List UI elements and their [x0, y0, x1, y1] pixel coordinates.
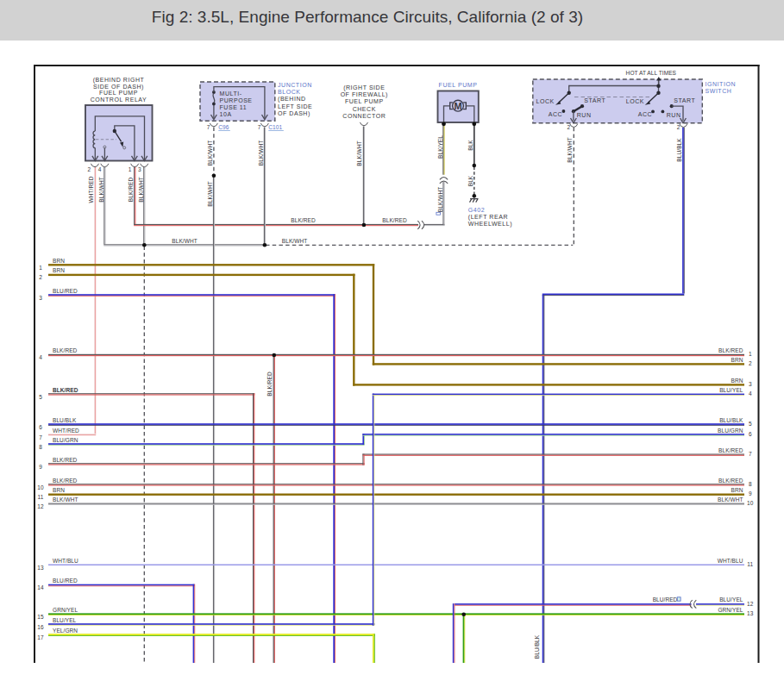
- svg-text:5: 5: [749, 421, 752, 427]
- svg-text:BLU/RED: BLU/RED: [653, 596, 678, 603]
- svg-text:START: START: [584, 97, 605, 103]
- svg-text:6: 6: [749, 431, 752, 437]
- svg-text:FUEL PUMP: FUEL PUMP: [345, 98, 384, 104]
- svg-text:CONTROL RELAY: CONTROL RELAY: [91, 97, 147, 103]
- svg-text:9: 9: [39, 464, 42, 470]
- svg-text:BLK/RED: BLK/RED: [53, 457, 78, 463]
- svg-text:BRN: BRN: [731, 357, 743, 363]
- svg-text:WHEELWELL): WHEELWELL): [468, 221, 512, 228]
- svg-text:WHT/BLU: WHT/BLU: [718, 558, 743, 564]
- svg-text:BLK/RED: BLK/RED: [382, 217, 407, 223]
- svg-text:10A: 10A: [220, 111, 232, 117]
- svg-text:WHT/BLU: WHT/BLU: [53, 558, 78, 564]
- svg-text:BLK/WHT: BLK/WHT: [718, 497, 743, 503]
- svg-text:4: 4: [98, 166, 102, 172]
- svg-text:17: 17: [37, 634, 44, 640]
- svg-text:C96: C96: [218, 124, 229, 130]
- svg-text:1: 1: [39, 265, 42, 271]
- svg-text:BLU/GRN: BLU/GRN: [53, 437, 78, 443]
- svg-text:BLK/YEL: BLK/YEL: [437, 135, 443, 159]
- svg-text:8: 8: [749, 481, 752, 487]
- svg-text:4: 4: [749, 390, 752, 397]
- svg-text:BRN: BRN: [53, 258, 65, 264]
- svg-text:RUN: RUN: [667, 112, 681, 118]
- svg-text:BLK/RED: BLK/RED: [53, 387, 78, 393]
- svg-text:10: 10: [37, 484, 44, 490]
- svg-text:CONNECTOR: CONNECTOR: [342, 113, 386, 119]
- svg-text:12: 12: [747, 601, 754, 607]
- svg-text:6: 6: [39, 424, 42, 430]
- svg-text:14: 14: [37, 584, 44, 590]
- svg-text:FUSE 11: FUSE 11: [220, 104, 248, 110]
- svg-text:BLK/WHT: BLK/WHT: [356, 141, 362, 166]
- svg-text:BLK/WHT: BLK/WHT: [437, 187, 443, 212]
- svg-text:7: 7: [258, 124, 261, 130]
- svg-text:BLU/RED: BLU/RED: [53, 578, 78, 584]
- svg-text:BLU/YEL: BLU/YEL: [53, 617, 77, 623]
- svg-text:RUN: RUN: [577, 112, 592, 118]
- svg-text:3: 3: [749, 381, 752, 387]
- svg-text:1: 1: [129, 166, 132, 172]
- svg-text:GRN/YEL: GRN/YEL: [53, 607, 78, 613]
- svg-text:BLK/RED: BLK/RED: [718, 447, 743, 453]
- svg-text:HOT AT ALL TIMES: HOT AT ALL TIMES: [626, 70, 677, 76]
- svg-text:LOCK: LOCK: [626, 98, 644, 104]
- svg-text:FUEL PUMP: FUEL PUMP: [439, 82, 478, 88]
- svg-text:12: 12: [37, 503, 44, 509]
- svg-text:JUNCTION: JUNCTION: [278, 82, 312, 88]
- svg-text:YEL/GRN: YEL/GRN: [53, 628, 78, 634]
- svg-text:(LEFT REAR: (LEFT REAR: [468, 214, 508, 221]
- svg-text:BLK/RED: BLK/RED: [53, 347, 78, 353]
- svg-text:IGNITION: IGNITION: [706, 81, 737, 87]
- svg-text:8: 8: [39, 444, 42, 450]
- svg-text:ACC: ACC: [638, 111, 652, 117]
- svg-text:BRN: BRN: [53, 267, 65, 273]
- svg-text:BLOCK: BLOCK: [278, 89, 300, 95]
- svg-text:BLK/WHT: BLK/WHT: [207, 181, 213, 206]
- svg-text:BLK/WHT: BLK/WHT: [282, 238, 307, 244]
- svg-text:13: 13: [37, 565, 44, 571]
- svg-text:BRN: BRN: [53, 487, 65, 493]
- svg-text:4: 4: [39, 354, 42, 360]
- svg-text:BLU/BLK: BLU/BLK: [534, 634, 540, 659]
- svg-text:(BEHIND RIGHT: (BEHIND RIGHT: [93, 77, 145, 84]
- svg-text:BLU/BLK: BLU/BLK: [719, 417, 743, 423]
- svg-text:BLK/WHT: BLK/WHT: [567, 137, 573, 162]
- svg-text:BRN: BRN: [731, 487, 743, 493]
- svg-text:11: 11: [747, 561, 753, 567]
- svg-text:5: 5: [39, 394, 42, 400]
- svg-text:10: 10: [747, 500, 754, 506]
- svg-text:GRN/YEL: GRN/YEL: [718, 607, 743, 613]
- svg-text:BLK/RED: BLK/RED: [718, 347, 743, 353]
- svg-text:7: 7: [207, 124, 210, 130]
- svg-text:2: 2: [749, 360, 752, 366]
- svg-text:BLU/RED: BLU/RED: [53, 288, 78, 294]
- svg-text:(BEHIND: (BEHIND: [278, 96, 306, 103]
- svg-text:START: START: [674, 97, 695, 103]
- svg-text:M: M: [455, 101, 462, 111]
- svg-text:BLK/WHT: BLK/WHT: [258, 141, 264, 166]
- svg-text:ACC: ACC: [549, 111, 562, 117]
- svg-text:2: 2: [568, 124, 571, 130]
- svg-text:9: 9: [749, 490, 752, 497]
- svg-text:BLK/RED: BLK/RED: [53, 478, 78, 484]
- svg-text:WHT/RED: WHT/RED: [88, 176, 94, 203]
- svg-text:OF FIREWALL): OF FIREWALL): [341, 91, 388, 98]
- svg-text:BLU/BLK: BLU/BLK: [53, 417, 77, 423]
- svg-text:BLK: BLK: [467, 175, 474, 186]
- svg-text:BLK: BLK: [467, 140, 474, 151]
- svg-text:2: 2: [39, 274, 42, 280]
- svg-text:OF DASH): OF DASH): [278, 110, 310, 117]
- svg-text:BLU/YEL: BLU/YEL: [719, 596, 743, 603]
- svg-text:BLU/YEL: BLU/YEL: [719, 387, 743, 393]
- svg-text:SWITCH: SWITCH: [706, 88, 732, 94]
- svg-text:BLK/RED: BLK/RED: [128, 178, 134, 203]
- svg-text:C101: C101: [268, 124, 282, 130]
- svg-text:MULTI-: MULTI-: [220, 91, 242, 97]
- svg-text:1: 1: [749, 351, 752, 357]
- svg-text:16: 16: [37, 624, 44, 630]
- svg-text:BLK/RED: BLK/RED: [718, 478, 743, 484]
- svg-text:Fig 2: 3.5L, Engine Performanc: Fig 2: 3.5L, Engine Performance Circuits…: [152, 8, 583, 26]
- svg-text:2: 2: [677, 124, 681, 130]
- svg-text:15: 15: [37, 614, 44, 620]
